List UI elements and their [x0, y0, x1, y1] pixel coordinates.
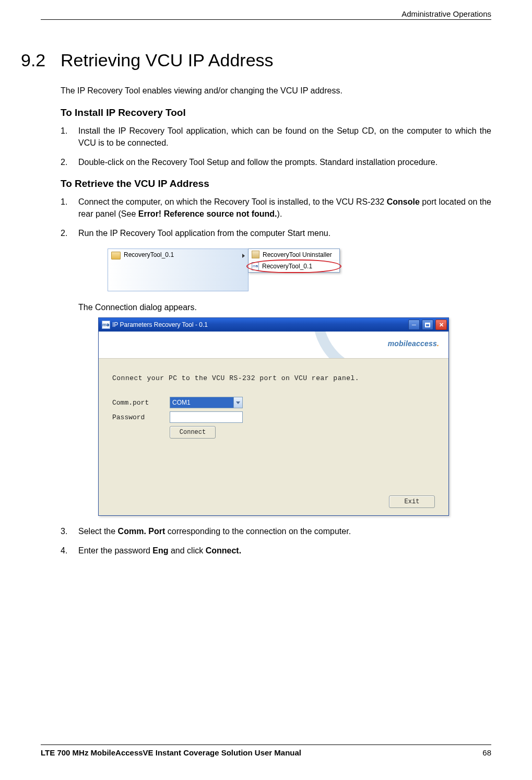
- running-header: Administrative Operations: [41, 9, 491, 18]
- retrieve-step-4: Enter the password Eng and click Connect…: [61, 545, 491, 557]
- retrieve-step-1: Connect the computer, on which the Recov…: [61, 196, 491, 220]
- section-heading: 9.2Retrieving VCU IP Address: [21, 50, 491, 70]
- text-bold: Comm. Port: [118, 527, 165, 536]
- connect-row: Connect: [112, 426, 435, 439]
- footer-rule: [41, 744, 491, 745]
- mobileaccess-logo: mobileaccess.: [388, 339, 439, 348]
- connect-button[interactable]: Connect: [170, 426, 216, 439]
- intro-paragraph: The IP Recovery Tool enables viewing and…: [61, 86, 491, 96]
- titlebar: mə IP Parameters Recovery Tool - 0.1 ─ ✕: [99, 318, 448, 332]
- chevron-right-icon: [242, 254, 245, 258]
- submenu-item-label: RecoveryTool Uninstaller: [263, 251, 332, 258]
- start-menu-parent-label: RecoveryTool_0.1: [124, 251, 239, 258]
- comm-port-value: COM1: [172, 399, 191, 406]
- password-row: Password: [112, 411, 435, 423]
- start-menu-figure: RecoveryTool_0.1 RecoveryTool Uninstalle…: [108, 249, 491, 291]
- exit-button[interactable]: Exit: [389, 495, 435, 508]
- password-label: Password: [112, 413, 170, 421]
- text-bold: Console: [387, 197, 420, 206]
- page-footer: LTE 700 MHz MobileAccessVE Instant Cover…: [41, 744, 491, 757]
- maximize-button[interactable]: [422, 320, 433, 330]
- page-number: 68: [482, 748, 491, 757]
- text-bold: Connect.: [206, 546, 241, 555]
- install-step-2: Double-click on the Recovery Tool Setup …: [61, 156, 491, 168]
- submenu-item-recoverytool[interactable]: RecoveryTool_0.1: [249, 261, 339, 272]
- install-step-1: Install the IP Recovery Tool application…: [61, 125, 491, 149]
- minimize-button[interactable]: ─: [408, 320, 420, 330]
- footer-title: LTE 700 MHz MobileAccessVE Instant Cover…: [41, 748, 301, 757]
- retrieve-subheading: To Retrieve the VCU IP Address: [61, 178, 491, 190]
- submenu-item-label: RecoveryTool_0.1: [262, 263, 312, 270]
- comm-port-row: Comm.port COM1: [112, 397, 435, 408]
- figure-caption: The Connection dialog appears.: [78, 303, 491, 312]
- uninstaller-icon: [252, 251, 259, 258]
- submenu-item-uninstaller[interactable]: RecoveryTool Uninstaller: [249, 249, 339, 261]
- logo-text-2: access: [412, 339, 437, 348]
- app-title-icon: mə: [102, 321, 110, 329]
- comm-port-select[interactable]: COM1: [170, 397, 243, 408]
- text: Connect the computer, on which the Recov…: [78, 197, 387, 206]
- header-rule: [41, 19, 491, 20]
- dialog-body: Connect your PC to the VCU RS-232 port o…: [99, 359, 448, 515]
- section-title-text: Retrieving VCU IP Address: [61, 50, 274, 70]
- start-menu-parent-item[interactable]: RecoveryTool_0.1: [108, 249, 249, 291]
- close-button[interactable]: ✕: [435, 320, 447, 330]
- text: ).: [277, 209, 282, 218]
- dialog-instruction: Connect your PC to the VCU RS-232 port o…: [112, 374, 435, 382]
- comm-port-label: Comm.port: [112, 399, 170, 407]
- error-reference: Error! Reference source not found.: [138, 209, 277, 218]
- text: and click: [169, 546, 206, 555]
- retrieve-step-3: Select the Comm. Port corresponding to t…: [61, 525, 491, 537]
- start-menu-submenu: RecoveryTool Uninstaller RecoveryTool_0.…: [248, 249, 340, 273]
- ip-recovery-dialog: mə IP Parameters Recovery Tool - 0.1 ─ ✕…: [98, 317, 449, 516]
- app-icon: [252, 262, 259, 270]
- folder-icon: [111, 252, 121, 259]
- logo-text-1: mobile: [388, 339, 412, 348]
- window-title: IP Parameters Recovery Tool - 0.1: [112, 321, 406, 328]
- retrieve-step-2: Run the IP Recovery Tool application fro…: [61, 227, 491, 239]
- text: Select the: [78, 527, 118, 536]
- section-number: 9.2: [21, 50, 61, 70]
- text: corresponding to the connection on the c…: [165, 527, 351, 536]
- chevron-down-icon[interactable]: [233, 397, 242, 408]
- dialog-banner: mobileaccess.: [99, 332, 448, 359]
- password-input[interactable]: [170, 411, 243, 423]
- text: Enter the password: [78, 546, 152, 555]
- text-bold: Eng: [152, 546, 168, 555]
- install-subheading: To Install IP Recovery Tool: [61, 107, 491, 119]
